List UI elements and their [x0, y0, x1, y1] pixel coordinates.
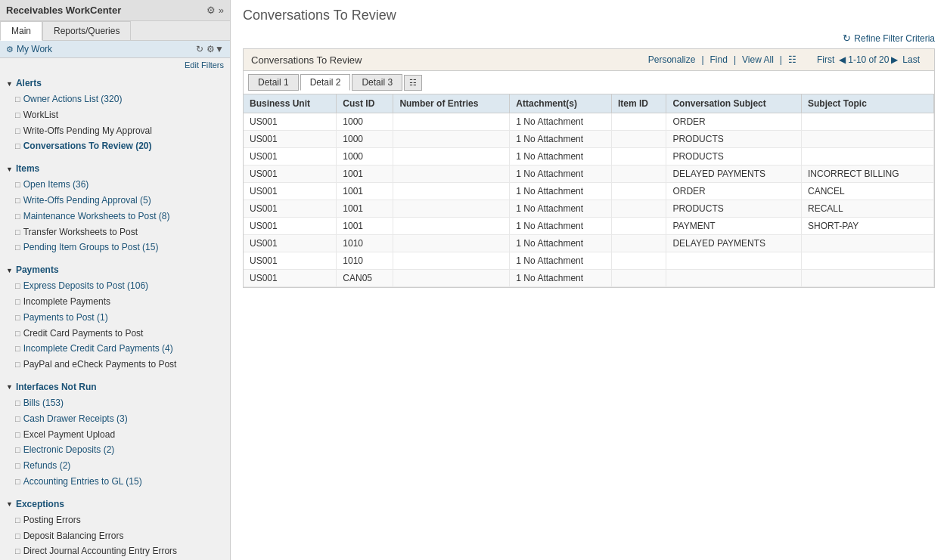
table-body: US00110001 No AttachmentORDERUS00110001 …: [244, 113, 934, 287]
item-text-2-3: Credit Card Payments to Post: [23, 327, 144, 340]
section-item-3-1[interactable]: □Cash Drawer Receipts (3): [0, 411, 230, 427]
tab-main[interactable]: Main: [0, 21, 42, 41]
cell-7-5: DELAYED PAYMENTS: [666, 235, 802, 252]
item-text-2-1: Incomplete Payments: [23, 295, 110, 308]
section-item-3-3[interactable]: □Electronic Deposits (2): [0, 442, 230, 458]
section-header-2[interactable]: Payments: [0, 261, 230, 278]
section-item-1-1[interactable]: □Write-Offs Pending Approval (5): [0, 193, 230, 209]
main-content: Conversations To Review ↻ Refine Filter …: [231, 0, 947, 560]
collapse-sidebar-button[interactable]: »: [219, 5, 224, 16]
cell-6-6: SHORT-PAY: [802, 218, 934, 235]
item-link-0-3[interactable]: Conversations To Review (20): [23, 140, 152, 153]
item-icon-4-0: □: [15, 515, 20, 526]
item-link-3-3[interactable]: Electronic Deposits (2): [23, 444, 115, 456]
refresh-mywork-icon[interactable]: ↻: [196, 44, 203, 54]
item-link-0-0[interactable]: Owner Actions List (320): [23, 93, 123, 106]
item-icon-1-2: □: [15, 211, 20, 222]
item-link-3-5[interactable]: Accounting Entries to GL (15): [23, 475, 142, 488]
refresh-filter-icon[interactable]: ↻: [843, 32, 851, 44]
cell-5-5: PRODUCTS: [666, 200, 802, 218]
item-link-1-4[interactable]: Pending Item Groups to Post (15): [23, 241, 159, 254]
prev-icon[interactable]: ◀: [839, 54, 846, 65]
view-all-link[interactable]: View All: [742, 54, 774, 65]
cell-7-4: [611, 235, 666, 252]
cell-4-4: [611, 183, 666, 200]
section-item-2-4[interactable]: □Incomplete Credit Card Payments (4): [0, 341, 230, 357]
table-row: US00110011 No AttachmentPRODUCTSRECALL: [244, 200, 934, 218]
section-item-1-4[interactable]: □Pending Item Groups to Post (15): [0, 240, 230, 255]
tab-detail3[interactable]: Detail 3: [352, 74, 402, 91]
cell-8-5: [666, 252, 802, 270]
section-item-3-5[interactable]: □Accounting Entries to GL (15): [0, 474, 230, 490]
cell-7-0: US001: [244, 235, 337, 252]
cell-0-0: US001: [244, 113, 337, 131]
item-link-1-2[interactable]: Maintenance Worksheets to Post (8): [23, 210, 170, 223]
first-link[interactable]: First: [817, 54, 834, 65]
cell-1-2: [393, 131, 510, 148]
refine-filter-link[interactable]: Refine Filter Criteria: [854, 33, 935, 44]
section-item-2-0[interactable]: □Express Deposits to Post (106): [0, 278, 230, 294]
item-link-2-2[interactable]: Payments to Post (1): [23, 311, 108, 324]
last-link[interactable]: Last: [902, 54, 920, 65]
collapse-arrow-0: [6, 79, 13, 88]
cell-3-2: [393, 166, 510, 183]
section-item-0-1: □WorkList: [0, 107, 230, 123]
section-item-3-0[interactable]: □Bills (153): [0, 395, 230, 411]
section-label-2: Payments: [16, 265, 59, 275]
col-num-entries: Number of Entries: [393, 94, 510, 113]
cell-7-2: [393, 235, 510, 252]
item-link-2-0[interactable]: Express Deposits to Post (106): [23, 280, 148, 292]
cell-3-6: INCORRECT BILLING: [802, 166, 934, 183]
next-icon[interactable]: ▶: [891, 54, 898, 65]
section-header-4[interactable]: Exceptions: [0, 496, 230, 512]
item-link-2-4[interactable]: Incomplete Credit Card Payments (4): [23, 342, 173, 355]
grid-view-icon[interactable]: ☷: [788, 54, 796, 65]
section-alerts: Alerts□Owner Actions List (320)□WorkList…: [0, 72, 230, 157]
gear-icon[interactable]: [206, 5, 216, 16]
item-link-3-1[interactable]: Cash Drawer Receipts (3): [23, 413, 128, 425]
collapse-arrow-3: [6, 382, 13, 391]
section-item-2-2[interactable]: □Payments to Post (1): [0, 310, 230, 326]
section-item-1-2[interactable]: □Maintenance Worksheets to Post (8): [0, 209, 230, 224]
separator3: |: [780, 54, 782, 65]
section-item-4-2: □Direct Journal Accounting Entry Errors: [0, 543, 230, 559]
cell-2-5: PRODUCTS: [666, 148, 802, 166]
personalize-link[interactable]: Personalize: [648, 54, 696, 65]
section-item-0-3[interactable]: □Conversations To Review (20): [0, 138, 230, 154]
cell-8-3: 1 No Attachment: [510, 252, 612, 270]
sidebar-header: Receivables WorkCenter »: [0, 0, 230, 21]
tab-grid-icon[interactable]: ☷: [404, 75, 422, 91]
item-link-3-0[interactable]: Bills (153): [23, 397, 64, 410]
item-link-1-0[interactable]: Open Items (36): [23, 178, 89, 191]
item-link-1-1[interactable]: Write-Offs Pending Approval (5): [23, 194, 151, 207]
section-header-3[interactable]: Interfaces Not Run: [0, 379, 230, 395]
cell-1-5: PRODUCTS: [666, 131, 802, 148]
item-icon-1-3: □: [15, 227, 20, 238]
find-link[interactable]: Find: [710, 54, 728, 65]
section-item-3-4[interactable]: □Refunds (2): [0, 458, 230, 474]
tab-reports-queries[interactable]: Reports/Queries: [42, 21, 131, 40]
tab-detail2[interactable]: Detail 2: [300, 74, 351, 91]
content-box-title: Conversations To Review: [251, 54, 362, 66]
cell-9-2: [393, 270, 510, 287]
cell-4-2: [393, 183, 510, 200]
cell-1-0: US001: [244, 131, 337, 148]
cell-5-6: RECALL: [802, 200, 934, 218]
section-item-1-0[interactable]: □Open Items (36): [0, 177, 230, 193]
cell-2-0: US001: [244, 148, 337, 166]
item-link-3-4[interactable]: Refunds (2): [23, 459, 71, 472]
settings-mywork-icon[interactable]: ⚙▼: [206, 44, 224, 54]
sidebar-header-icons: »: [206, 5, 224, 16]
cell-5-2: [393, 200, 510, 218]
cell-3-4: [611, 166, 666, 183]
item-text-3-2: Excel Payment Upload: [23, 429, 115, 441]
edit-filters-link[interactable]: Edit Filters: [0, 58, 230, 72]
section-header-0[interactable]: Alerts: [0, 75, 230, 91]
item-icon-0-0: □: [15, 94, 20, 105]
tab-detail1[interactable]: Detail 1: [248, 74, 299, 91]
item-icon-3-0: □: [15, 398, 20, 409]
item-icon-2-0: □: [15, 280, 20, 292]
section-header-1[interactable]: Items: [0, 160, 230, 177]
section-item-0-0[interactable]: □Owner Actions List (320): [0, 91, 230, 107]
section-interfaces-not-run: Interfaces Not Run□Bills (153)□Cash Draw…: [0, 376, 230, 493]
